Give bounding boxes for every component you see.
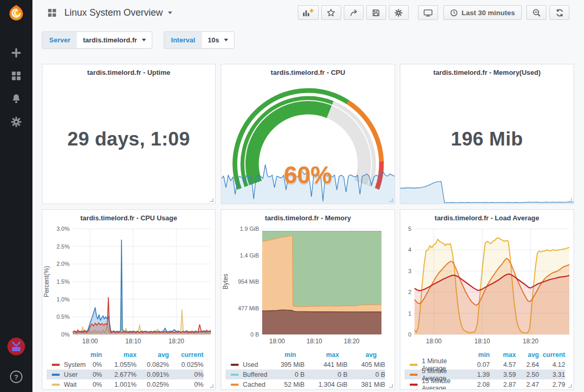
- svg-text:Bytes: Bytes: [222, 274, 229, 289]
- monitor-icon: [423, 8, 433, 17]
- svg-text:18:20: 18:20: [169, 338, 184, 345]
- variable-server-label: Server: [42, 32, 77, 48]
- refresh-dashboard-button[interactable]: [549, 5, 569, 20]
- variable-interval-value-dropdown[interactable]: 10s: [202, 32, 234, 48]
- sidebar-item-dashboards[interactable]: [0, 68, 32, 84]
- sidebar-item-configuration[interactable]: [0, 114, 32, 130]
- panel-title[interactable]: tardis.timelord.fr - CPU: [221, 64, 395, 76]
- add-panel-icon: [302, 8, 314, 17]
- dashboard-title[interactable]: Linux System Overview: [64, 7, 163, 18]
- legend-header[interactable]: avg: [516, 351, 539, 359]
- time-range-picker[interactable]: Last 30 minutes: [443, 5, 522, 20]
- help-button[interactable]: ?: [9, 370, 23, 384]
- svg-text:1.4 GiB: 1.4 GiB: [240, 252, 259, 259]
- legend-value: 0.091%: [137, 371, 169, 378]
- add-panel-button[interactable]: [298, 5, 319, 20]
- chevron-down-icon: [224, 39, 228, 41]
- legend-header-row: minmaxavgcurrent: [47, 350, 204, 360]
- legend-value: 0.082%: [137, 361, 169, 368]
- legend-value: 2.79: [539, 381, 565, 388]
- legend-series-name[interactable]: Used: [243, 361, 258, 368]
- user-avatar[interactable]: [7, 338, 25, 355]
- sidebar-item-alerting[interactable]: [0, 91, 32, 107]
- legend-value: 3.31: [539, 371, 565, 378]
- svg-text:18:00: 18:00: [426, 338, 442, 345]
- legend-row: Cached52 MiB1.304 GiB381 MiB: [226, 379, 385, 389]
- legend-header[interactable]: current: [539, 351, 565, 359]
- variable-interval: Interval 10s: [164, 31, 234, 49]
- svg-text:2.0%: 2.0%: [57, 261, 70, 267]
- panel-resize-handle[interactable]: [389, 384, 393, 388]
- title-caret-icon[interactable]: [168, 12, 172, 14]
- legend-swatch-icon[interactable]: [410, 374, 418, 376]
- legend-header[interactable]: avg: [339, 351, 377, 359]
- svg-text:0: 0: [408, 331, 411, 338]
- panel-cpu-usage: tardis.timelord.fr - CPU Usage 0%0.5%1.0…: [42, 209, 216, 390]
- zoom-out-time-button[interactable]: [526, 5, 546, 20]
- legend-swatch-icon[interactable]: [231, 384, 239, 386]
- star-dashboard-button[interactable]: [321, 5, 341, 20]
- legend-header[interactable]: min: [465, 351, 490, 359]
- share-dashboard-button[interactable]: [344, 5, 364, 20]
- legend-swatch-icon[interactable]: [410, 364, 418, 366]
- cycle-view-mode-button[interactable]: [418, 5, 438, 20]
- legend-series-name[interactable]: Buffered: [243, 371, 267, 378]
- panel-resize-handle[interactable]: [210, 384, 214, 388]
- legend-header[interactable]: current: [169, 351, 204, 359]
- panel-title[interactable]: tardis.timelord.fr - Uptime: [42, 64, 215, 76]
- legend-series-name[interactable]: 15 Minute Average: [422, 377, 465, 390]
- legend-swatch-icon[interactable]: [410, 384, 418, 386]
- variable-interval-label: Interval: [164, 32, 202, 48]
- legend-swatch-icon[interactable]: [52, 364, 60, 366]
- legend-value: 395 MiB: [267, 361, 305, 368]
- legend-value: 0%: [169, 381, 204, 388]
- panel-title[interactable]: tardis.timelord.fr - Memory(Used): [400, 64, 574, 76]
- help-icon: ?: [9, 370, 23, 384]
- variable-server-value-dropdown[interactable]: tardis.timelord.fr: [77, 32, 151, 48]
- dashboards-grid-icon: [10, 70, 22, 82]
- legend-value: 0%: [72, 381, 102, 388]
- svg-text:18:10: 18:10: [125, 338, 141, 345]
- legend-row: User0%2.677%0.091%0%: [47, 369, 204, 379]
- legend-swatch-icon[interactable]: [52, 374, 60, 376]
- legend-value: 2.87: [490, 381, 516, 388]
- svg-text:3: 3: [408, 268, 411, 274]
- load-average-legend: minmaxavgcurrent1 Minute Average0.074.57…: [405, 350, 569, 389]
- svg-text:18:00: 18:00: [82, 338, 98, 345]
- panel-title[interactable]: tardis.timelord.fr - Memory: [221, 210, 395, 222]
- panel-resize-handle[interactable]: [568, 198, 572, 202]
- legend-header[interactable]: avg: [137, 351, 169, 359]
- legend-value: 0 B: [305, 371, 347, 378]
- panel-resize-handle[interactable]: [568, 384, 572, 388]
- uptime-value: 29 days, 1:09: [42, 128, 215, 150]
- sidebar-item-create[interactable]: [0, 45, 32, 61]
- grafana-logo[interactable]: [0, 0, 32, 26]
- memory-chart[interactable]: 0 B477 MiB954 MiB1.4 GiB1.9 GiB18:0018:1…: [221, 223, 395, 349]
- svg-text:18:10: 18:10: [474, 338, 490, 345]
- dashboard-settings-button[interactable]: [389, 5, 409, 20]
- legend-header[interactable]: min: [72, 351, 102, 359]
- legend-header[interactable]: min: [259, 351, 296, 359]
- panel-title[interactable]: tardis.timelord.fr - Load Average: [400, 210, 574, 222]
- legend-series-name[interactable]: Cached: [243, 381, 265, 388]
- legend-header[interactable]: max: [102, 351, 137, 359]
- panel-resize-handle[interactable]: [210, 198, 214, 202]
- save-dashboard-button[interactable]: [366, 5, 386, 20]
- legend-value: 441 MiB: [305, 361, 347, 368]
- load-average-chart[interactable]: 01234518:0018:1018:20: [400, 223, 574, 349]
- legend-value: 4.57: [490, 361, 516, 368]
- legend-swatch-icon[interactable]: [231, 364, 239, 366]
- svg-text:18:00: 18:00: [269, 338, 285, 345]
- variable-server-value: tardis.timelord.fr: [83, 36, 137, 44]
- svg-text:18:10: 18:10: [307, 338, 322, 345]
- legend-value: 0 B: [347, 371, 385, 378]
- legend-swatch-icon[interactable]: [52, 384, 60, 386]
- panel-title[interactable]: tardis.timelord.fr - CPU Usage: [42, 210, 215, 222]
- legend-value: 1.001%: [102, 381, 137, 388]
- legend-row: 15 Minute Average2.082.872.472.79: [405, 379, 565, 389]
- cpu-usage-chart[interactable]: 0%0.5%1.0%1.5%2.0%2.5%3.0%18:0018:1018:2…: [42, 223, 216, 349]
- legend-swatch-icon[interactable]: [231, 374, 239, 376]
- panel-resize-handle[interactable]: [389, 198, 393, 202]
- legend-header[interactable]: max: [490, 351, 516, 359]
- legend-header[interactable]: max: [296, 351, 339, 359]
